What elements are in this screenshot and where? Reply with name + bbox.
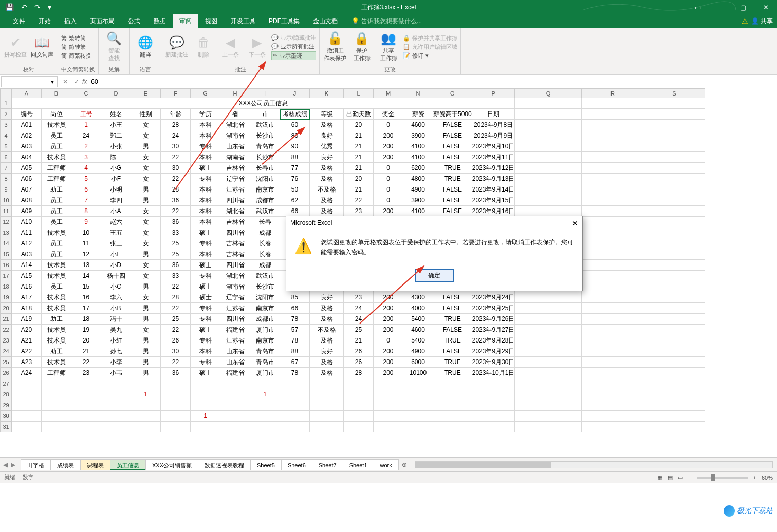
cell[interactable]: 12 <box>71 249 101 260</box>
cell[interactable]: 小王 <box>101 120 131 130</box>
row-header[interactable]: 3 <box>1 120 12 130</box>
cell[interactable]: 小明 <box>101 184 131 195</box>
cell[interactable]: 本科 <box>191 249 220 260</box>
cell[interactable]: 9 <box>71 217 101 227</box>
cell[interactable]: 山东省 <box>220 346 250 357</box>
cell[interactable] <box>515 378 582 389</box>
cell[interactable]: A15 <box>12 271 42 281</box>
cell[interactable]: 技术员 <box>42 227 71 238</box>
cell[interactable] <box>643 281 705 292</box>
show-all-comments[interactable]: 💬 显示所有批注 <box>271 43 316 50</box>
cell[interactable]: 技术员 <box>42 303 71 314</box>
cell[interactable]: 21 <box>344 335 374 346</box>
cell[interactable]: 2023年9月26日 <box>472 314 515 325</box>
cell[interactable] <box>12 400 42 411</box>
col-header[interactable]: E <box>131 89 161 98</box>
row-header[interactable]: 10 <box>1 195 12 206</box>
cell[interactable]: FALSE <box>433 292 472 303</box>
col-header[interactable]: I <box>250 89 280 98</box>
cell[interactable]: 小F <box>101 174 131 184</box>
view-layout-icon[interactable]: ▤ <box>668 474 673 481</box>
cell[interactable]: 20 <box>71 335 101 346</box>
cell[interactable] <box>643 206 705 217</box>
cell[interactable] <box>280 389 310 400</box>
cell[interactable]: 四川省 <box>220 195 250 206</box>
cell[interactable]: 青岛市 <box>250 357 280 368</box>
cell[interactable]: 奖金 <box>374 109 403 120</box>
row-header[interactable]: 1 <box>1 98 12 109</box>
cell[interactable] <box>643 174 705 184</box>
col-header[interactable]: R <box>582 89 643 98</box>
row-header[interactable]: 24 <box>1 346 12 357</box>
menu-tab-10[interactable]: 金山文档 <box>306 14 344 28</box>
thesaurus-button[interactable]: 📖同义词库 <box>30 35 54 59</box>
cell[interactable]: 2023年9月12日 <box>472 163 515 174</box>
cell[interactable]: 21 <box>344 184 374 195</box>
cell[interactable] <box>582 271 643 281</box>
cell[interactable] <box>403 400 433 411</box>
menu-tab-0[interactable]: 文件 <box>6 14 32 28</box>
cell[interactable]: 24 <box>71 130 101 141</box>
cell[interactable]: 10100 <box>403 368 433 378</box>
cell[interactable] <box>280 411 310 422</box>
cell[interactable] <box>643 400 705 411</box>
cell[interactable] <box>191 422 220 432</box>
formula-input[interactable]: 60 <box>89 78 777 85</box>
row-header[interactable]: 19 <box>1 292 12 303</box>
cell[interactable]: 吉林省 <box>220 238 250 249</box>
cell[interactable] <box>42 400 71 411</box>
cell[interactable]: 技术员 <box>42 325 71 335</box>
cell[interactable]: 200 <box>374 206 403 217</box>
cell[interactable]: 性别 <box>131 109 161 120</box>
zoom-slider[interactable] <box>697 477 748 479</box>
cell[interactable]: 13 <box>71 260 101 271</box>
cell[interactable]: 湖北省 <box>220 271 250 281</box>
cell[interactable]: 28 <box>344 368 374 378</box>
col-header[interactable]: N <box>403 89 433 98</box>
qat-more-icon[interactable]: ▾ <box>48 3 51 11</box>
cell[interactable]: 山东省 <box>220 141 250 152</box>
cell[interactable]: 男 <box>131 184 161 195</box>
cell[interactable] <box>643 141 705 152</box>
cell[interactable] <box>191 389 220 400</box>
cell[interactable]: 22 <box>161 206 191 217</box>
cell[interactable] <box>250 378 280 389</box>
cell[interactable]: 及格 <box>310 174 344 184</box>
cell[interactable] <box>643 271 705 281</box>
cell[interactable]: 50 <box>280 184 310 195</box>
cell[interactable]: 山东省 <box>220 357 250 368</box>
cell[interactable] <box>582 217 643 227</box>
cell[interactable]: 26 <box>344 357 374 368</box>
cell[interactable] <box>131 378 161 389</box>
cell[interactable]: 日期 <box>472 109 515 120</box>
cell[interactable] <box>472 389 515 400</box>
cell[interactable]: 2023年9月25日 <box>472 303 515 314</box>
cell[interactable]: 女 <box>131 130 161 141</box>
cell[interactable]: 福建省 <box>220 325 250 335</box>
cell[interactable] <box>515 109 582 120</box>
cell[interactable]: 男 <box>131 357 161 368</box>
cell[interactable]: 24 <box>344 314 374 325</box>
cell[interactable] <box>220 389 250 400</box>
cell[interactable]: 南京市 <box>250 303 280 314</box>
cell[interactable]: 助工 <box>42 314 71 325</box>
cell[interactable]: 李六 <box>101 292 131 303</box>
cell[interactable]: 57 <box>280 325 310 335</box>
cell[interactable]: 长春 <box>250 249 280 260</box>
cell[interactable]: 80 <box>280 130 310 141</box>
cell[interactable]: FALSE <box>433 206 472 217</box>
cell[interactable]: 市 <box>250 109 280 120</box>
dialog-close-icon[interactable]: ✕ <box>572 219 578 227</box>
cell[interactable] <box>374 378 403 389</box>
cell[interactable]: 4600 <box>403 325 433 335</box>
cell[interactable]: 0 <box>374 335 403 346</box>
cell[interactable] <box>643 217 705 227</box>
cell[interactable] <box>131 422 161 432</box>
cell[interactable]: FALSE <box>433 325 472 335</box>
row-header[interactable]: 2 <box>1 109 12 120</box>
col-header[interactable]: D <box>101 89 131 98</box>
cell[interactable]: 薪资高于5000 <box>433 109 472 120</box>
col-header[interactable]: G <box>191 89 220 98</box>
row-header[interactable]: 13 <box>1 227 12 238</box>
cell[interactable]: A07 <box>12 184 42 195</box>
